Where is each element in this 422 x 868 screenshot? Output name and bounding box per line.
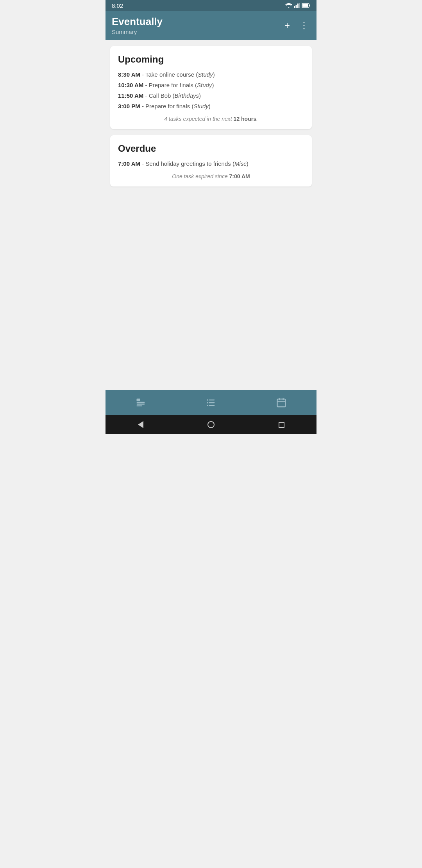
overdue-summary: One task expired since 7:00 AM	[118, 173, 304, 179]
task-category: Study	[198, 71, 213, 78]
task-item: 7:00 AM - Send holiday greetings to frie…	[118, 160, 304, 168]
add-button[interactable]: +	[283, 19, 291, 32]
svg-rect-9	[137, 404, 145, 404]
task-time: 7:00 AM	[118, 160, 140, 167]
battery-icon	[302, 3, 310, 8]
svg-point-13	[207, 402, 208, 404]
status-bar: 8:02	[106, 0, 316, 11]
svg-point-11	[207, 399, 208, 401]
task-desc: - Send holiday greetings to friends (Mis…	[142, 160, 249, 167]
overdue-task-list: 7:00 AM - Send holiday greetings to frie…	[118, 160, 304, 168]
app-title-group: Eventually Summary	[112, 16, 163, 35]
task-item: 11:50 AM - Call Bob (Birthdays)	[118, 91, 304, 100]
more-button[interactable]: ⋮	[298, 19, 310, 32]
summary-suffix: .	[256, 116, 258, 122]
task-desc: - Prepare for finals (Study)	[142, 103, 211, 109]
app-subtitle: Summary	[112, 29, 163, 35]
task-item: 3:00 PM - Prepare for finals (Study)	[118, 102, 304, 110]
overdue-summary-highlight: 7:00 AM	[229, 173, 250, 179]
upcoming-summary: 4 tasks expected in the next 12 hours.	[118, 116, 304, 122]
task-time: 8:30 AM	[118, 71, 140, 78]
summary-prefix: 4 tasks expected in the next	[164, 116, 233, 122]
app-bar-actions: + ⋮	[283, 19, 310, 32]
task-category: Study	[197, 82, 212, 88]
status-time: 8:02	[112, 2, 123, 9]
app-bar: Eventually Summary + ⋮	[106, 11, 316, 40]
svg-rect-1	[296, 5, 297, 8]
overdue-title: Overdue	[118, 143, 304, 154]
svg-rect-14	[209, 402, 215, 403]
summary-icon	[135, 397, 146, 408]
svg-point-15	[207, 405, 208, 406]
task-time: 10:30 AM	[118, 82, 143, 88]
calendar-icon	[276, 397, 287, 408]
status-icons	[285, 3, 310, 8]
bottom-nav	[106, 390, 316, 415]
recents-icon	[279, 422, 284, 428]
recents-button[interactable]	[277, 420, 286, 429]
home-icon	[207, 421, 215, 428]
app-title: Eventually	[112, 16, 163, 28]
summary-highlight: 12 hours	[234, 116, 256, 122]
svg-rect-0	[294, 6, 295, 8]
task-category: Misc	[234, 160, 247, 167]
list-icon	[206, 397, 216, 408]
system-nav	[106, 415, 316, 434]
signal-icon	[294, 3, 300, 8]
svg-rect-12	[209, 400, 215, 400]
task-desc: - Prepare for finals (Study)	[145, 82, 214, 88]
svg-rect-5	[302, 4, 308, 7]
svg-rect-10	[137, 405, 142, 406]
main-content: Upcoming 8:30 AM - Take online course (S…	[106, 40, 316, 390]
task-desc: - Call Bob (Birthdays)	[145, 92, 201, 99]
task-time: 3:00 PM	[118, 103, 140, 109]
svg-rect-8	[137, 402, 145, 403]
wifi-icon	[285, 3, 292, 8]
svg-rect-3	[299, 3, 300, 8]
back-icon	[138, 421, 143, 428]
overdue-summary-prefix: One task expired since	[172, 173, 229, 179]
back-button[interactable]	[136, 420, 145, 429]
task-desc: - Take online course (Study)	[142, 71, 215, 78]
svg-rect-16	[209, 405, 215, 406]
task-item: 8:30 AM - Take online course (Study)	[118, 70, 304, 79]
svg-rect-7	[137, 399, 140, 401]
svg-rect-17	[277, 399, 286, 407]
upcoming-task-list: 8:30 AM - Take online course (Study) 10:…	[118, 70, 304, 110]
svg-rect-2	[297, 4, 299, 8]
upcoming-card: Upcoming 8:30 AM - Take online course (S…	[110, 46, 312, 129]
bottom-nav-list[interactable]	[176, 397, 246, 408]
overdue-card: Overdue 7:00 AM - Send holiday greetings…	[110, 135, 312, 187]
bottom-nav-calendar[interactable]	[246, 397, 316, 408]
svg-rect-6	[309, 5, 310, 7]
upcoming-title: Upcoming	[118, 54, 304, 65]
task-item: 10:30 AM - Prepare for finals (Study)	[118, 81, 304, 89]
task-time: 11:50 AM	[118, 92, 143, 99]
task-category: Birthdays	[175, 92, 199, 99]
home-button[interactable]	[206, 420, 216, 429]
bottom-nav-summary[interactable]	[106, 397, 176, 408]
task-category: Study	[193, 103, 208, 109]
